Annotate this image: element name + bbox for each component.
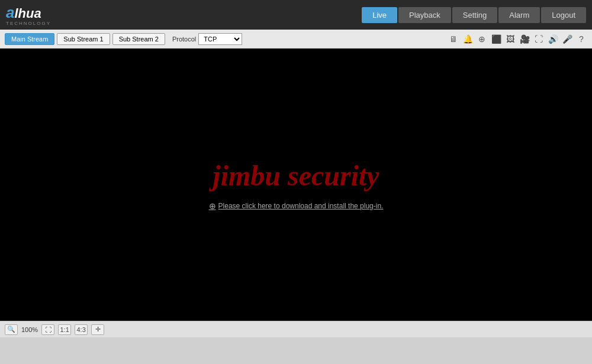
sub-stream-1-button[interactable]: Sub Stream 1 [57, 33, 110, 45]
help-icon[interactable]: ? [575, 33, 587, 45]
snapshot-icon[interactable]: ⬛ [490, 33, 502, 45]
add-channel-icon[interactable]: ✛ [91, 324, 104, 335]
nav-playback-button[interactable]: Playback [398, 7, 451, 23]
watermark-text: jimbu security [213, 159, 379, 192]
download-icon: ⊕ [209, 201, 216, 211]
plugin-download-link[interactable]: ⊕ Please click here to download and inst… [209, 201, 384, 211]
protocol-select[interactable]: TCP UDP Multicast [198, 33, 242, 45]
main-stream-button[interactable]: Main Stream [5, 33, 54, 45]
fullscreen-icon[interactable]: ⛶ [533, 33, 545, 45]
logo: alhua TECHNOLOGY [6, 4, 51, 26]
volume-icon[interactable]: 🔊 [547, 33, 559, 45]
original-size-icon[interactable]: 1:1 [58, 324, 71, 335]
sub-stream-2-button[interactable]: Sub Stream 2 [112, 33, 165, 45]
nav-logout-button[interactable]: Logout [541, 7, 586, 23]
alarm-bell-icon[interactable]: 🔔 [462, 33, 474, 45]
nav-live-button[interactable]: Live [362, 7, 397, 23]
header: alhua TECHNOLOGY Live Playback Setting A… [0, 0, 592, 30]
logo-area: alhua TECHNOLOGY [6, 4, 51, 26]
toolbar-icons: 🖥 🔔 ⊕ ⬛ 🖼 🎥 ⛶ 🔊 🎤 ? [448, 33, 587, 45]
ratio-icon[interactable]: 4:3 [75, 324, 88, 335]
plugin-link-text: Please click here to download and instal… [218, 202, 384, 210]
video-area: jimbu security ⊕ Please click here to do… [0, 49, 592, 321]
local-config-icon[interactable]: 🖥 [448, 33, 459, 45]
zoom-level: 100% [21, 326, 38, 333]
toolbar: Main Stream Sub Stream 1 Sub Stream 2 Pr… [0, 30, 592, 49]
record-icon[interactable]: 🎥 [519, 33, 530, 45]
mic-icon[interactable]: 🎤 [561, 33, 573, 45]
protocol-label: Protocol [172, 36, 196, 43]
logo-sub: TECHNOLOGY [6, 21, 51, 26]
fit-screen-icon[interactable]: ⛶ [41, 324, 54, 335]
zoom-out-icon[interactable]: 🔍 [5, 324, 18, 335]
nav-alarm-button[interactable]: Alarm [498, 7, 540, 23]
nav-buttons: Live Playback Setting Alarm Logout [362, 7, 586, 23]
logo-icon: a [6, 4, 14, 21]
logo-text: lhua [14, 6, 41, 21]
ptz-icon[interactable]: ⊕ [476, 33, 488, 45]
image-icon[interactable]: 🖼 [504, 33, 516, 45]
bottom-bar: 🔍 100% ⛶ 1:1 4:3 ✛ [0, 321, 592, 337]
nav-setting-button[interactable]: Setting [452, 7, 497, 23]
